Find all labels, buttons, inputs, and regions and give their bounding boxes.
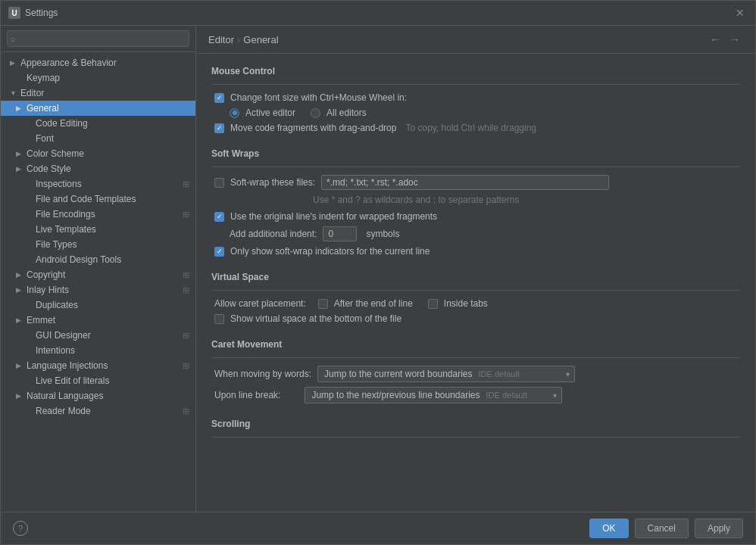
show-virtual-checkbox[interactable] [214,314,224,324]
sidebar-item-android-design-tools[interactable]: Android Design Tools [1,252,195,267]
ext-icon: ⊞ [183,361,189,371]
sidebar-item-keymap[interactable]: Keymap [1,70,195,86]
move-code-label: Move code fragments with drag-and-drop [230,123,396,133]
ext-icon: ⊞ [183,210,189,220]
search-wrapper: ⌕ [7,30,189,47]
section-divider [211,167,740,167]
sidebar-item-gui-designer[interactable]: GUI Designer ⊞ [1,328,195,343]
upon-line-dropdown[interactable]: Jump to the next/previous line boundarie… [305,387,562,403]
sidebar-item-color-scheme[interactable]: ▶ Color Scheme [1,146,195,161]
use-original-row: Use the original line's indent for wrapp… [211,211,740,222]
sidebar-item-appearance[interactable]: ▶ Appearance & Behavior [1,55,195,70]
section-title-soft-wraps: Soft Wraps [211,148,740,159]
sidebar-item-file-encodings[interactable]: File Encodings ⊞ [1,207,195,222]
sidebar-item-code-style[interactable]: ▶ Code Style [1,161,195,176]
section-title-scrolling: Scrolling [211,419,740,429]
close-button[interactable]: ✕ [733,5,748,20]
sidebar-item-file-types[interactable]: File Types [1,237,195,252]
apply-button[interactable]: Apply [695,519,743,538]
sidebar-item-copyright[interactable]: ▶ Copyright ⊞ [1,267,195,282]
sidebar-item-live-templates[interactable]: Live Templates [1,222,195,237]
inside-tabs-checkbox[interactable] [428,299,438,309]
show-virtual-row: Show virtual space at the bottom of the … [211,313,740,324]
soft-wrap-checkbox[interactable] [214,178,224,188]
ext-icon: ⊞ [183,270,189,280]
only-show-checkbox[interactable] [214,247,224,257]
use-original-checkbox[interactable] [214,212,224,222]
sidebar-item-label: File Types [36,239,77,250]
sidebar-item-label: Keymap [27,73,60,83]
soft-wrap-hint-row: Use * and ? as wildcards and ; to separa… [211,195,740,205]
section-divider [211,357,740,358]
sidebar-item-emmet[interactable]: ▶ Emmet [1,313,195,328]
sidebar-item-label: Appearance & Behavior [20,58,117,68]
arrow-icon: ▶ [16,104,23,112]
change-font-checkbox[interactable] [214,93,224,103]
sidebar-item-inlay-hints[interactable]: ▶ Inlay Hints ⊞ [1,282,195,297]
active-editor-row: Active editor All editors [211,107,740,118]
sidebar-item-inspections[interactable]: Inspections ⊞ [1,176,195,192]
sidebar-item-label: Font [36,133,54,144]
when-moving-dropdown[interactable]: Jump to the current word boundaries IDE … [317,366,575,382]
all-editors-radio[interactable] [311,108,320,118]
only-show-row: Only show soft-wrap indicators for the c… [211,246,740,257]
use-original-label: Use the original line's indent for wrapp… [230,211,437,222]
sidebar-item-label: Emmet [27,315,55,325]
arrow-icon: ▶ [16,150,23,157]
ok-button[interactable]: OK [589,519,628,538]
ext-icon: ⊞ [183,285,189,295]
caret-movement-section: Caret Movement When moving by words: Jum… [211,339,740,403]
move-code-checkbox[interactable] [214,123,224,133]
ext-icon: ⊞ [183,331,189,341]
sidebar-item-editor[interactable]: ▼ Editor [1,86,195,101]
ext-icon: ⊞ [183,406,189,416]
sidebar-item-reader-mode[interactable]: Reader Mode ⊞ [1,403,195,419]
section-divider [211,84,740,85]
cancel-button[interactable]: Cancel [635,519,689,538]
allow-caret-row: Allow caret placement: After the end of … [211,298,740,309]
sidebar-item-language-injections[interactable]: ▶ Language Injections ⊞ [1,358,195,373]
section-divider [211,437,740,438]
arrow-icon: ▶ [16,271,23,279]
sidebar-item-label: Language Injections [27,360,108,371]
sidebar-item-duplicates[interactable]: Duplicates [1,297,195,313]
soft-wrap-patterns-input[interactable] [321,175,609,190]
arrow-icon: ▶ [16,286,23,294]
sidebar-item-general[interactable]: ▶ General [1,101,195,116]
arrow-icon: ▶ [16,165,23,173]
titlebar: U Settings ✕ [1,1,755,26]
sidebar-item-label: Editor [20,88,44,98]
app-icon: U [8,7,20,19]
footer-left: ? [13,521,28,536]
sidebar-item-intentions[interactable]: Intentions [1,343,195,358]
sidebar-item-code-editing[interactable]: Code Editing [1,116,195,131]
when-moving-label: When moving by words: [214,369,311,379]
after-end-checkbox[interactable] [318,299,328,309]
add-indent-input[interactable] [323,226,357,241]
sidebar-item-label: Live Templates [36,224,96,235]
sidebar-item-font[interactable]: Font [1,131,195,146]
section-title-caret-movement: Caret Movement [211,339,740,350]
sidebar-item-label: Copyright [27,269,65,280]
section-title-mouse-control: Mouse Control [211,66,740,76]
active-editor-radio[interactable] [230,108,239,118]
soft-wrap-files-row: Soft-wrap these files: [211,175,740,190]
soft-wrap-hint: Use * and ? as wildcards and ; to separa… [313,195,519,205]
scrolling-section: Scrolling [211,419,740,438]
change-font-row: Change font size with Ctrl+Mouse Wheel i… [211,92,740,103]
back-button[interactable]: ← [707,32,723,47]
sidebar-item-natural-languages[interactable]: ▶ Natural Languages [1,388,195,403]
when-moving-hint: IDE default [479,369,520,378]
titlebar-left: U Settings [8,7,58,19]
only-show-label: Only show soft-wrap indicators for the c… [230,246,430,257]
help-button[interactable]: ? [13,521,28,536]
forward-button[interactable]: → [726,32,743,47]
sidebar-item-file-code-templates[interactable]: File and Code Templates [1,192,195,207]
sidebar-item-live-edit-literals[interactable]: Live Edit of literals [1,373,195,388]
add-indent-row: Add additional indent: symbols [211,226,740,241]
nav-arrows: ← → [707,32,743,47]
search-input[interactable] [7,30,189,47]
breadcrumb-editor: Editor [208,34,234,45]
sidebar-item-label: General [27,103,59,114]
sidebar-item-label: File Encodings [36,209,95,220]
